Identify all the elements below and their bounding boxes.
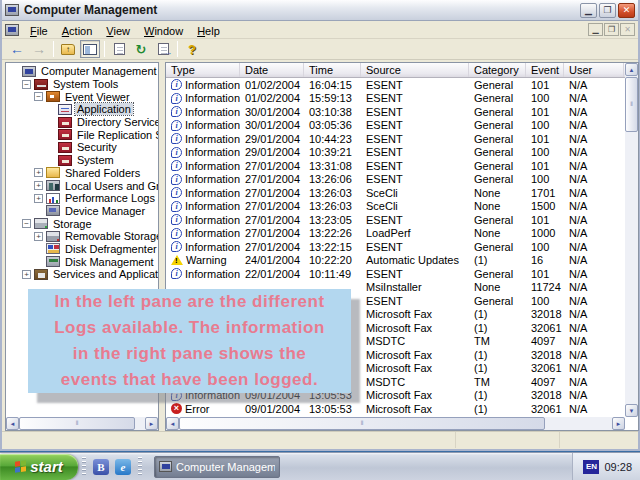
tree-item-file-replication-service[interactable]: File Replication Service bbox=[6, 128, 158, 141]
event-row[interactable]: iInformation27/01/200413:23:05ESENTGener… bbox=[166, 213, 625, 227]
column-header-event[interactable]: Event bbox=[526, 63, 564, 77]
event-row[interactable]: iInformation27/01/200413:26:03SceCliNone… bbox=[166, 186, 625, 200]
scrollbar-thumb[interactable]: ⦀ bbox=[179, 417, 545, 430]
tree-item-application[interactable]: Application bbox=[6, 103, 158, 116]
event-row[interactable]: iInformation01/02/200416:04:15ESENTGener… bbox=[166, 78, 625, 92]
list-vertical-scrollbar[interactable]: ▲ ⦀ ▼ bbox=[625, 63, 638, 417]
expand-plus-icon[interactable]: + bbox=[22, 270, 31, 279]
event-row[interactable]: iInformation27/01/200413:22:15ESENTGener… bbox=[166, 240, 625, 254]
scroll-down-icon[interactable]: ▼ bbox=[625, 404, 638, 417]
collapse-minus-icon[interactable]: − bbox=[34, 92, 43, 101]
show-hide-console-tree-button[interactable] bbox=[80, 40, 100, 58]
event-row[interactable]: iInformation29/01/200410:39:21ESENTGener… bbox=[166, 146, 625, 160]
scroll-left-icon[interactable]: ◄ bbox=[166, 417, 179, 430]
clock[interactable]: 09:28 bbox=[604, 461, 632, 473]
tree-item-computer-management-local-[interactable]: Computer Management (Local) bbox=[6, 65, 158, 78]
mdi-restore-icon[interactable]: ❐ bbox=[604, 23, 619, 36]
help-button[interactable]: ? bbox=[182, 40, 202, 58]
cell-category: General bbox=[469, 214, 526, 226]
expand-plus-icon[interactable]: + bbox=[34, 194, 43, 203]
scrollbar-thumb[interactable]: ⦀ bbox=[19, 417, 135, 430]
tree-item-local-users-and-groups[interactable]: +Local Users and Groups bbox=[6, 179, 158, 192]
cell-user: N/A bbox=[564, 187, 624, 199]
event-row[interactable]: iInformation27/01/200413:26:03SceCliNone… bbox=[166, 200, 625, 214]
tree-item-system-tools[interactable]: −System Tools bbox=[6, 78, 158, 91]
forward-button[interactable]: → bbox=[29, 40, 49, 58]
mdi-minimize-icon[interactable]: ▁ bbox=[588, 23, 603, 36]
event-row[interactable]: Warning24/01/200410:22:20Automatic Updat… bbox=[166, 254, 625, 268]
collapse-minus-icon[interactable]: − bbox=[22, 219, 31, 228]
column-header-category[interactable]: Category bbox=[469, 63, 526, 77]
tree-item-directory-service[interactable]: Directory Service bbox=[6, 116, 158, 129]
event-row[interactable]: iInformation01/02/200415:59:13ESENTGener… bbox=[166, 92, 625, 106]
column-header-date[interactable]: Date bbox=[240, 63, 304, 77]
column-header-source[interactable]: Source bbox=[361, 63, 469, 77]
menu-action[interactable]: Action bbox=[55, 23, 100, 39]
event-row[interactable]: ×Error09/01/200413:05:53Microsoft Fax(1)… bbox=[166, 402, 625, 416]
event-row[interactable]: iInformation30/01/200403:05:36ESENTGener… bbox=[166, 119, 625, 133]
disk-defrag-icon bbox=[46, 243, 60, 254]
close-icon[interactable]: ✕ bbox=[618, 3, 635, 18]
tree-item-shared-folders[interactable]: +Shared Folders bbox=[6, 167, 158, 180]
cell-category: General bbox=[469, 146, 526, 158]
tree-item-system[interactable]: System bbox=[6, 154, 158, 167]
scrollbar-thumb[interactable]: ⦀ bbox=[625, 77, 638, 132]
cell-date: 27/01/2004 bbox=[240, 227, 304, 239]
minimize-icon[interactable]: ▁ bbox=[580, 3, 597, 18]
menu-window[interactable]: Window bbox=[137, 23, 190, 39]
column-header-time[interactable]: Time bbox=[304, 63, 361, 77]
tree-item-label: Storage bbox=[51, 218, 94, 230]
cell-user: N/A bbox=[564, 92, 624, 104]
event-row[interactable]: iInformation29/01/200410:44:23ESENTGener… bbox=[166, 132, 625, 146]
up-one-level-button[interactable]: ↑ bbox=[58, 40, 78, 58]
language-indicator[interactable]: EN bbox=[583, 460, 599, 474]
quick-launch-grip[interactable] bbox=[82, 457, 86, 477]
cell-event: 101 bbox=[526, 79, 564, 91]
taskbar-grip[interactable] bbox=[138, 457, 142, 477]
menu-view[interactable]: View bbox=[99, 23, 137, 39]
scroll-right-icon[interactable]: ► bbox=[612, 417, 625, 430]
menu-file[interactable]: File bbox=[23, 23, 55, 39]
expand-plus-icon[interactable]: + bbox=[34, 232, 43, 241]
collapse-minus-icon[interactable]: − bbox=[22, 80, 31, 89]
menu-help[interactable]: Help bbox=[190, 23, 227, 39]
tree-item-disk-management[interactable]: Disk Management bbox=[6, 255, 158, 268]
back-button[interactable]: ← bbox=[7, 40, 27, 58]
taskbar-button-computer-management[interactable]: Computer Management bbox=[154, 456, 280, 478]
event-row[interactable]: iInformation27/01/200413:31:08ESENTGener… bbox=[166, 159, 625, 173]
event-row[interactable]: iInformation27/01/200413:22:26LoadPerfNo… bbox=[166, 227, 625, 241]
tree-item-removable-storage[interactable]: +Removable Storage bbox=[6, 230, 158, 243]
expand-plus-icon[interactable]: + bbox=[34, 181, 43, 190]
app-icon[interactable]: B bbox=[93, 459, 109, 475]
tree-item-security[interactable]: Security bbox=[6, 141, 158, 154]
refresh-button[interactable]: ↻ bbox=[131, 40, 151, 58]
tree-item-storage[interactable]: −Storage bbox=[6, 217, 158, 230]
scroll-right-icon[interactable]: ► bbox=[145, 417, 158, 430]
tree-item-services-and-applications[interactable]: +Services and Applications bbox=[6, 268, 158, 281]
cell-category: None bbox=[469, 187, 526, 199]
toolbar-separator bbox=[104, 41, 105, 57]
scrollbar-track[interactable] bbox=[545, 417, 612, 430]
expand-plus-icon[interactable]: + bbox=[34, 168, 43, 177]
tree-item-performance-logs-and-alerts[interactable]: +Performance Logs and Alerts bbox=[6, 192, 158, 205]
scroll-left-icon[interactable]: ◄ bbox=[6, 417, 19, 430]
event-row[interactable]: iInformation22/01/200410:11:49ESENTGener… bbox=[166, 267, 625, 281]
column-header-user[interactable]: User bbox=[564, 63, 624, 77]
tree-horizontal-scrollbar[interactable]: ◄ ⦀ ► bbox=[6, 417, 158, 430]
internet-explorer-icon[interactable]: e bbox=[115, 459, 131, 475]
scrollbar-track[interactable] bbox=[135, 417, 145, 430]
restore-icon[interactable]: ❐ bbox=[599, 3, 616, 18]
event-row[interactable]: iInformation30/01/200403:10:38ESENTGener… bbox=[166, 105, 625, 119]
start-button[interactable]: start bbox=[0, 454, 78, 480]
tree-item-event-viewer[interactable]: −Event Viewer bbox=[6, 90, 158, 103]
column-header-type[interactable]: Type bbox=[166, 63, 240, 77]
properties-button[interactable] bbox=[109, 40, 129, 58]
cell-date: 27/01/2004 bbox=[240, 241, 304, 253]
mdi-close-icon[interactable]: ✕ bbox=[620, 23, 635, 36]
tree-item-disk-defragmenter[interactable]: Disk Defragmenter bbox=[6, 243, 158, 256]
scroll-up-icon[interactable]: ▲ bbox=[625, 63, 638, 76]
tree-item-device-manager[interactable]: Device Manager bbox=[6, 205, 158, 218]
export-list-button[interactable]: → bbox=[153, 40, 173, 58]
event-row[interactable]: iInformation27/01/200413:26:06ESENTGener… bbox=[166, 173, 625, 187]
list-horizontal-scrollbar[interactable]: ◄ ⦀ ► bbox=[166, 417, 625, 430]
